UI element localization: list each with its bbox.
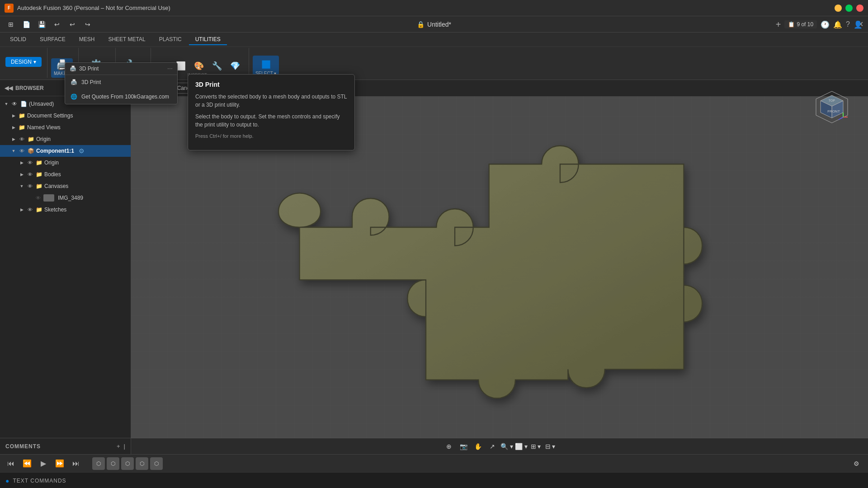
timeline-play-button[interactable]: ▶ <box>38 458 49 469</box>
timeline-item-2[interactable]: ⬡ <box>107 457 119 470</box>
display-button[interactable]: ⬜ ▾ <box>515 440 528 453</box>
tab-solid[interactable]: SOLID <box>4 34 33 45</box>
settings-icon[interactable]: ⚙ <box>850 457 863 470</box>
camera-button[interactable]: 📷 <box>457 440 470 453</box>
grid-menu-button[interactable]: ⊞ <box>5 18 17 31</box>
redo-button[interactable]: ↪ <box>81 18 94 31</box>
undo-button[interactable]: ↩ <box>51 18 63 31</box>
tree-item-canvases[interactable]: ▼ 👁 📁 Canvases <box>0 180 131 192</box>
3dprint-item[interactable]: 🖨️ 3D Print <box>65 75 177 89</box>
origin-inner-expand-icon[interactable]: ▶ <box>19 160 24 165</box>
user-button[interactable]: 👤 <box>854 20 863 29</box>
snap-button[interactable]: ⊕ <box>443 440 455 453</box>
grid-button[interactable]: ⊞ ▾ <box>529 440 542 453</box>
view-cube[interactable]: FRONT TOP <box>814 89 850 125</box>
origin-top-eye-icon[interactable]: 👁 <box>18 136 25 143</box>
tree-item-component1[interactable]: ▼ 👁 📦 Component1:1 ⚙ <box>0 145 131 157</box>
img3489-eye-off-icon[interactable]: 👁 <box>34 194 42 202</box>
bodies-eye-icon[interactable]: 👁 <box>26 171 33 178</box>
color-icon: 🎨 <box>194 62 204 70</box>
tooltip-desc2: Select the body to output. Set the mesh … <box>195 113 347 129</box>
origin-top-expand-icon[interactable]: ▶ <box>11 136 16 142</box>
root-expand-icon[interactable]: ▼ <box>4 101 9 107</box>
save-file-button[interactable]: 💾 <box>35 18 48 31</box>
canvases-expand-icon[interactable]: ▼ <box>19 183 24 189</box>
timeline-next-button[interactable]: ⏩ <box>54 458 65 469</box>
minimize-button[interactable] <box>835 5 842 12</box>
inspect-tool-icon: 🔧 <box>212 62 222 70</box>
svg-text:FRONT: FRONT <box>827 109 840 113</box>
component1-settings-icon[interactable]: ⚙ <box>79 147 85 155</box>
tab-utilities[interactable]: UTILITIES <box>189 34 227 45</box>
sketches-eye-icon[interactable]: 👁 <box>26 206 33 213</box>
component1-expand-icon[interactable]: ▼ <box>11 148 16 154</box>
3dprint-item-icon: 🖨️ <box>70 78 78 86</box>
tree-item-named-views[interactable]: ▶ 📁 Named Views <box>0 122 131 133</box>
browser-back-icon[interactable]: ◀◀ <box>5 85 13 91</box>
get-quotes-item[interactable]: 🌐 Get Quotes From 100kGarages.com <box>65 89 177 104</box>
header-right: + 📋 9 of 10 🕐 🔔 ? 👤 <box>776 16 863 33</box>
file-title: Untitled* <box>427 21 451 28</box>
new-file-button[interactable]: 📄 <box>20 18 33 31</box>
timeline-item-5[interactable]: ⬡ <box>150 457 163 470</box>
clock-button[interactable]: 🕐 <box>821 20 830 29</box>
component1-eye-icon[interactable]: 👁 <box>18 147 25 155</box>
sketches-expand-icon[interactable]: ▶ <box>19 207 24 212</box>
zoom-button[interactable]: 🔍 ▾ <box>500 440 513 453</box>
tab-sheet-metal[interactable]: SHEET METAL <box>102 34 151 45</box>
comments-expand-icon[interactable]: | <box>124 443 125 450</box>
inspect-tool-button[interactable]: 🔧 <box>209 61 225 71</box>
help-button[interactable]: ? <box>846 20 850 28</box>
more-options-icon[interactable]: ⋯ <box>167 66 173 72</box>
browser-tree: ▼ 👁 📄 (Unsaved) ▶ 📁 Document Settings ▶ … <box>0 96 131 438</box>
comments-add-icon[interactable]: + <box>117 443 120 450</box>
canvas-bottom-toolbar: ⊕ 📷 ✋ ↗ 🔍 ▾ ⬜ ▾ ⊞ ▾ ⊟ ▾ <box>131 438 868 454</box>
inspect-gem-button[interactable]: 💎 <box>227 61 243 71</box>
bodies-expand-icon[interactable]: ▶ <box>19 172 24 177</box>
doc-settings-expand-icon[interactable]: ▶ <box>11 113 16 118</box>
view-button[interactable]: ⊟ ▾ <box>544 440 557 453</box>
inspect-color-button[interactable]: 🎨 <box>191 61 207 71</box>
timeline-item-3[interactable]: ⬡ <box>121 457 134 470</box>
root-eye-icon[interactable]: 👁 <box>11 100 18 108</box>
canvases-label: Canvases <box>44 183 68 189</box>
origin-inner-eye-icon[interactable]: 👁 <box>26 159 33 166</box>
tooltip-help: Press Ctrl+/ for more help. <box>195 132 347 140</box>
svg-line-8 <box>839 117 843 120</box>
tree-item-origin-top[interactable]: ▶ 👁 📁 Origin <box>0 133 131 145</box>
3dprint-item-label: 3D Print <box>81 79 101 85</box>
tree-item-doc-settings[interactable]: ▶ 📁 Document Settings <box>0 110 131 122</box>
gem-icon: 💎 <box>230 62 240 70</box>
tab-mesh[interactable]: MESH <box>73 34 101 45</box>
get-quotes-icon: 🌐 <box>70 93 78 101</box>
timeline-last-button[interactable]: ⏭ <box>71 458 81 469</box>
timeline-prev-button[interactable]: ⏪ <box>22 458 33 469</box>
3dprint-header-icon: 🖨️ <box>70 66 76 72</box>
orbit-button[interactable]: ↗ <box>486 440 499 453</box>
tree-item-origin-inner[interactable]: ▶ 👁 📁 Origin <box>0 157 131 169</box>
bell-button[interactable]: 🔔 <box>833 20 842 29</box>
tab-plastic[interactable]: PLASTIC <box>153 34 188 45</box>
timeline-item-4[interactable]: ⬡ <box>136 457 148 470</box>
maximize-button[interactable] <box>845 5 853 12</box>
pan-button[interactable]: ✋ <box>472 440 484 453</box>
timeline-item-1[interactable]: ⬡ <box>92 457 105 470</box>
timeline-first-button[interactable]: ⏮ <box>5 458 16 469</box>
text-commands-bar: ● TEXT COMMANDS <box>0 472 868 488</box>
undo-arrow-button[interactable]: ↩ <box>66 18 79 31</box>
text-commands-status-icon: ● <box>5 477 9 484</box>
tab-surface[interactable]: SURFACE <box>33 34 72 45</box>
origin-inner-label: Origin <box>44 160 59 166</box>
comments-label: COMMENTS <box>5 443 41 450</box>
tree-item-sketches[interactable]: ▶ 👁 📁 Sketches <box>0 204 131 216</box>
close-button[interactable] <box>856 5 863 12</box>
add-document-button[interactable]: + <box>776 19 781 30</box>
tree-item-img3489[interactable]: 👁 IMG_3489 <box>0 192 131 204</box>
named-views-expand-icon[interactable]: ▶ <box>11 125 16 130</box>
tree-item-bodies[interactable]: ▶ 👁 📁 Bodies <box>0 169 131 180</box>
lock-icon: 🔒 <box>417 21 425 28</box>
doc-icon: 📋 <box>788 21 795 28</box>
doc-settings-folder-icon: 📁 <box>18 112 25 119</box>
canvases-eye-icon[interactable]: 👁 <box>26 183 33 190</box>
design-dropdown-button[interactable]: DESIGN ▾ <box>5 57 42 67</box>
